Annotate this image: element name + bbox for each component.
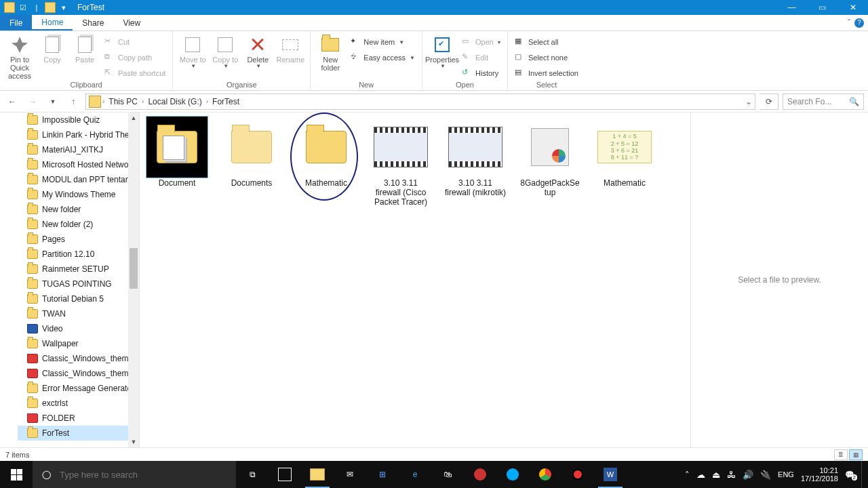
- taskbar-app-red[interactable]: [464, 461, 496, 488]
- tree-item[interactable]: New folder: [27, 202, 139, 217]
- edit-button[interactable]: ✎Edit: [459, 51, 503, 64]
- tree-item[interactable]: New folder (2): [27, 217, 139, 232]
- breadcrumb-disk[interactable]: Local Disk (G:): [145, 97, 204, 106]
- view-details-button[interactable]: ≣: [834, 449, 848, 460]
- search-input[interactable]: Search Fo... 🔍: [783, 94, 864, 110]
- navigation-tree[interactable]: Impossible QuizLinkin Park - Hybrid Theo…: [0, 113, 140, 447]
- tree-item[interactable]: Tutorial Debian 5: [27, 291, 139, 306]
- tree-item[interactable]: My Windows Theme: [27, 187, 139, 202]
- copy-to-button[interactable]: Copy to▼: [210, 33, 241, 70]
- open-button[interactable]: ▭Open▾: [459, 35, 503, 49]
- tree-item[interactable]: Rainmeter SETUP: [27, 262, 139, 277]
- tree-item[interactable]: Classic_Windows_themes: [27, 351, 139, 366]
- tab-file[interactable]: File: [0, 15, 32, 30]
- start-button[interactable]: [0, 461, 33, 488]
- easy-access-button[interactable]: ⭍Easy access▼: [347, 51, 418, 64]
- history-button[interactable]: ↺History: [459, 66, 503, 80]
- nav-forward-button[interactable]: →: [24, 94, 41, 110]
- select-none-button[interactable]: ▢Select none: [512, 51, 581, 64]
- tree-item[interactable]: Error Message Generator: [27, 381, 139, 396]
- minimize-button[interactable]: —: [776, 0, 807, 15]
- tree-item[interactable]: Pages: [27, 232, 139, 247]
- address-bar[interactable]: › This PC› Local Disk (G:)› ForTest ⌄: [85, 94, 755, 110]
- copy-button[interactable]: Copy: [37, 33, 68, 64]
- collapse-ribbon-icon[interactable]: ˇ: [848, 18, 850, 28]
- properties-icon[interactable]: ☑: [18, 2, 28, 13]
- paste-shortcut-button[interactable]: ⇱Paste shortcut: [102, 66, 168, 80]
- file-item[interactable]: 3.10 3.11 firewall (Cisco Packet Tracer): [370, 117, 431, 207]
- tree-item[interactable]: Impossible Quiz: [27, 113, 139, 127]
- properties-button[interactable]: Properties▼: [427, 33, 458, 70]
- nav-up-button[interactable]: ↑: [65, 94, 81, 110]
- tray-overflow-icon[interactable]: ˄: [685, 470, 690, 480]
- tray-clock[interactable]: 10:21 17/12/2018: [801, 466, 838, 483]
- invert-selection-button[interactable]: ▤Invert selection: [512, 66, 581, 80]
- new-folder-button[interactable]: New folder: [315, 33, 346, 72]
- tray-onedrive-icon[interactable]: ☁: [696, 470, 705, 480]
- file-item[interactable]: 1 + 4 = 52 + 5 = 123 + 6 = 218 + 11 = ?M…: [594, 117, 655, 207]
- new-item-button[interactable]: ✦New item▼: [347, 35, 418, 49]
- action-center-icon[interactable]: 💬2: [845, 470, 854, 479]
- rename-button[interactable]: Rename: [275, 33, 306, 64]
- tree-item[interactable]: Video: [27, 321, 139, 336]
- refresh-button[interactable]: ⟳: [760, 94, 778, 110]
- paste-button[interactable]: Paste: [69, 33, 100, 64]
- tray-network-icon[interactable]: 🖧: [727, 470, 736, 480]
- breadcrumb-folder[interactable]: ForTest: [210, 97, 242, 106]
- tray-language[interactable]: ENG: [778, 470, 794, 479]
- taskbar-record[interactable]: [561, 461, 594, 488]
- taskbar-app[interactable]: [269, 461, 301, 488]
- tree-item[interactable]: Linkin Park - Hybrid Theo: [27, 127, 139, 142]
- delete-button[interactable]: Delete▼: [242, 33, 273, 70]
- taskbar-edge[interactable]: e: [399, 461, 431, 488]
- tree-item[interactable]: FOLDER: [27, 411, 139, 426]
- taskbar-explorer[interactable]: [301, 461, 334, 488]
- tab-home[interactable]: Home: [32, 15, 73, 30]
- cortana-icon[interactable]: ◯: [33, 470, 60, 479]
- tree-item[interactable]: ForTest: [18, 426, 139, 441]
- tree-item[interactable]: MODUL dan PPT tentang: [27, 172, 139, 187]
- tray-usb-icon[interactable]: ⏏: [712, 470, 720, 480]
- dropdown-icon[interactable]: ▾: [58, 2, 69, 13]
- nav-back-button[interactable]: ←: [4, 94, 20, 110]
- breadcrumb-pc[interactable]: This PC: [106, 97, 140, 106]
- taskbar-mail[interactable]: ✉: [334, 461, 366, 488]
- taskbar-search[interactable]: ◯: [33, 461, 236, 488]
- tree-item[interactable]: Classic_Windows_themes: [27, 366, 139, 381]
- file-item[interactable]: Document: [146, 117, 208, 207]
- close-button[interactable]: ✕: [837, 0, 868, 15]
- maximize-button[interactable]: ▭: [807, 0, 837, 15]
- tree-item[interactable]: exctrlst: [27, 396, 139, 411]
- select-all-button[interactable]: ▦Select all: [512, 35, 581, 49]
- tree-item[interactable]: MateriAIJ_XITKJ: [27, 142, 139, 157]
- tree-item[interactable]: Partition 12.10: [27, 247, 139, 262]
- view-icons-button[interactable]: ▦: [849, 449, 863, 460]
- tree-item[interactable]: TUGAS POINTING: [27, 277, 139, 291]
- pin-quick-access-button[interactable]: Pin to Quick access: [4, 33, 35, 80]
- nav-recent-button[interactable]: ▼: [45, 94, 61, 110]
- help-icon[interactable]: ?: [854, 18, 864, 28]
- taskbar-app-blue[interactable]: [496, 461, 529, 488]
- tree-item[interactable]: Microsoft Hosted Netwo: [27, 157, 139, 172]
- tab-view[interactable]: View: [113, 15, 150, 30]
- move-to-button[interactable]: Move to▼: [177, 33, 208, 70]
- scroll-down-icon[interactable]: ▼: [128, 436, 139, 447]
- file-item[interactable]: Mathematic: [296, 117, 357, 207]
- copy-path-button[interactable]: ⧉Copy path: [102, 51, 168, 64]
- chevron-down-icon[interactable]: ⌄: [745, 97, 752, 106]
- show-desktop-button[interactable]: [861, 461, 865, 488]
- tray-volume-icon[interactable]: 🔊: [743, 470, 753, 480]
- file-item[interactable]: Documents: [221, 117, 282, 207]
- taskbar-chrome[interactable]: [529, 461, 561, 488]
- taskbar-search-input[interactable]: [60, 470, 236, 480]
- sidebar-scrollbar[interactable]: ▲ ▼: [128, 113, 139, 447]
- file-item[interactable]: 8GadgetPackSetup: [519, 117, 580, 207]
- tray-power-icon[interactable]: 🔌: [760, 470, 771, 480]
- task-view-button[interactable]: ⧉: [236, 461, 269, 488]
- scroll-up-icon[interactable]: ▲: [128, 113, 139, 123]
- taskbar-word[interactable]: W: [594, 461, 627, 488]
- file-item[interactable]: 3.10 3.11 firewall (mikrotik): [445, 117, 506, 207]
- tree-item[interactable]: TWAN: [27, 306, 139, 321]
- taskbar-store[interactable]: ⊞: [366, 461, 399, 488]
- taskbar-store2[interactable]: 🛍: [431, 461, 464, 488]
